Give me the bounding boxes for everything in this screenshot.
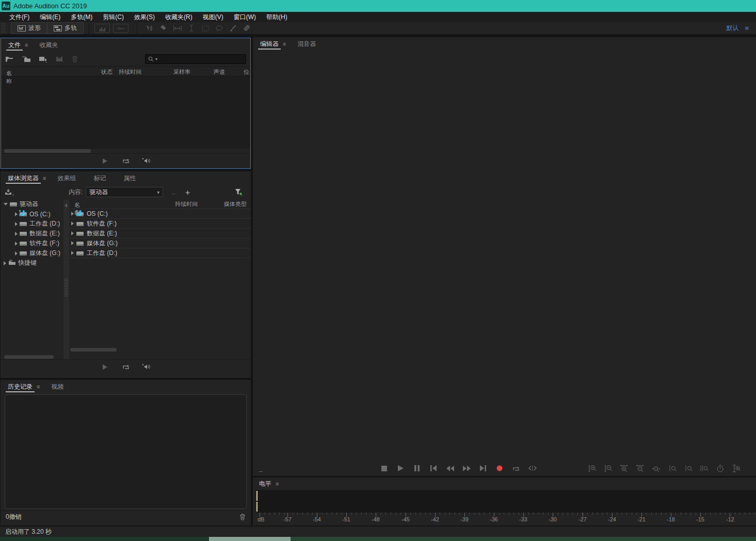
slip-tool-icon[interactable]	[170, 23, 184, 34]
new-content-icon[interactable]	[39, 56, 48, 62]
files-hscrollbar-thumb[interactable]	[4, 149, 91, 153]
media-row-software-f[interactable]: 软件盘 (F:)	[69, 219, 251, 229]
pause-button[interactable]	[412, 464, 422, 472]
spot-healing-brush-tool-icon[interactable]	[240, 23, 254, 34]
tree-item-work-drive[interactable]: 工作盘 (D:)	[1, 219, 63, 229]
tree-item-drives[interactable]: 驱动器	[1, 199, 63, 209]
preview-autoplay-button[interactable]	[142, 157, 151, 165]
zoom-out-point-button[interactable]	[684, 464, 693, 472]
column-duration[interactable]: 持续时间	[119, 68, 141, 76]
preview-play-button[interactable]	[101, 157, 110, 165]
razor-tool-icon[interactable]	[156, 23, 170, 34]
toolbar-grip[interactable]	[1, 23, 6, 33]
menu-edit[interactable]: 编辑(E)	[35, 12, 66, 22]
media-panel-menu-icon[interactable]: ≡	[43, 175, 46, 181]
tab-files[interactable]: 文件	[6, 38, 23, 52]
vertical-zoom-in-button[interactable]	[588, 464, 597, 472]
column-media-type[interactable]: 媒体类型	[224, 200, 247, 208]
open-file-icon[interactable]	[5, 56, 14, 62]
media-import-icon[interactable]	[5, 188, 15, 196]
menu-file[interactable]: 文件(F)	[4, 12, 35, 22]
level-panel-menu-icon[interactable]: ≡	[276, 481, 279, 487]
chevron-right-icon[interactable]	[15, 251, 18, 256]
fast-forward-button[interactable]	[462, 464, 471, 472]
clear-history-trash-icon[interactable]	[239, 514, 246, 520]
chevron-down-icon[interactable]	[4, 203, 8, 205]
tab-video[interactable]: 视频	[49, 380, 66, 393]
stop-button[interactable]	[379, 464, 389, 472]
tab-editor[interactable]: 编辑器	[258, 37, 281, 51]
media-row-data-e[interactable]: 数据盘 (E:)	[69, 229, 251, 238]
menu-help[interactable]: 帮助(H)	[261, 12, 293, 22]
move-tool-icon[interactable]	[142, 23, 156, 34]
menu-multitrack[interactable]: 多轨(M)	[66, 12, 98, 22]
horizontal-zoom-in-button[interactable]	[620, 464, 629, 472]
menu-effects[interactable]: 效果(S)	[129, 12, 160, 22]
import-file-icon[interactable]	[22, 56, 31, 62]
loop-playback-button[interactable]	[511, 464, 521, 472]
paintbrush-tool-icon[interactable]	[226, 23, 240, 34]
files-panel-menu-icon[interactable]: ≡	[25, 42, 28, 48]
editor-canvas-empty[interactable]	[253, 51, 756, 460]
chevron-right-icon[interactable]	[15, 222, 18, 226]
go-to-end-button[interactable]	[478, 464, 488, 472]
tab-media-browser[interactable]: 媒体浏览器	[6, 171, 41, 185]
chevron-right-icon[interactable]	[15, 232, 18, 236]
horizontal-zoom-out-button[interactable]	[636, 464, 645, 472]
multitrack-view-button[interactable]: 多轨	[47, 23, 83, 34]
tab-favorites[interactable]: 收藏夹	[37, 38, 60, 52]
tree-item-os-c[interactable]: OS (C:)	[1, 209, 63, 219]
media-list-hscrollbar[interactable]	[69, 347, 251, 352]
zoom-out-full-button[interactable]	[652, 464, 661, 472]
tab-markers[interactable]: 标记	[91, 171, 108, 185]
level-meter-display[interactable]	[256, 490, 756, 513]
preview-loop-button[interactable]	[121, 157, 131, 165]
preview-autoplay-button[interactable]	[142, 363, 151, 371]
tree-item-data-drive[interactable]: 数据盘 (E:)	[1, 229, 63, 238]
search-box[interactable]: ▾	[145, 54, 246, 64]
filter-icon[interactable]	[234, 188, 243, 196]
waveform-display-icon[interactable]	[113, 24, 128, 33]
tree-list-splitter[interactable]	[63, 199, 69, 359]
chevron-right-icon[interactable]	[71, 231, 74, 235]
time-selection-tool-icon[interactable]	[184, 23, 198, 34]
spectral-display-icon[interactable]	[94, 24, 110, 33]
menu-clip[interactable]: 剪辑(C)	[98, 12, 129, 22]
media-list-hscrollbar-thumb[interactable]	[70, 348, 117, 352]
play-button[interactable]	[396, 464, 405, 472]
tab-properties[interactable]: 属性	[121, 171, 138, 185]
marquee-selection-tool-icon[interactable]	[198, 23, 212, 34]
zoom-to-cursor-button[interactable]	[732, 464, 741, 472]
menu-view[interactable]: 视图(V)	[198, 12, 229, 22]
editor-panel-menu-icon[interactable]: ≡	[283, 41, 286, 47]
tab-effects-rack[interactable]: 效果组	[55, 171, 78, 185]
chevron-right-icon[interactable]	[15, 242, 18, 246]
tree-item-software-drive[interactable]: 软件盘 (F:)	[1, 238, 63, 248]
tree-hscrollbar[interactable]	[1, 355, 63, 359]
lasso-selection-tool-icon[interactable]	[212, 23, 226, 34]
waveform-view-button[interactable]: 波形	[11, 23, 47, 34]
column-bit[interactable]: 位	[244, 68, 249, 76]
content-dropdown[interactable]: 驱动器 ▾	[86, 187, 163, 197]
preview-play-button[interactable]	[101, 363, 110, 371]
zoom-in-point-button[interactable]	[668, 464, 677, 472]
save-all-icon[interactable]	[55, 56, 65, 62]
tab-levels[interactable]: 电平	[259, 480, 271, 488]
history-panel-menu-icon[interactable]: ≡	[37, 384, 40, 390]
workspace-selector[interactable]: 默认	[726, 24, 738, 33]
zoom-selection-button[interactable]	[700, 464, 709, 472]
history-list-empty[interactable]	[5, 394, 247, 509]
preview-loop-button[interactable]	[121, 363, 131, 371]
tree-item-media-drive[interactable]: 媒体盘 (G:)	[1, 248, 63, 258]
record-button[interactable]	[495, 464, 504, 472]
tree-hscrollbar-thumb[interactable]	[4, 355, 54, 359]
media-row-media-g[interactable]: 媒体盘 (G:)	[69, 238, 251, 248]
files-list-empty[interactable]	[1, 76, 250, 149]
media-row-os-c[interactable]: OS (C:)	[69, 209, 251, 219]
tab-mixer[interactable]: 混音器	[295, 37, 318, 51]
chevron-right-icon[interactable]	[71, 221, 74, 226]
search-input[interactable]	[159, 56, 236, 62]
menu-favorites[interactable]: 收藏夹(R)	[160, 12, 198, 22]
workspace-menu-icon[interactable]: ≡	[745, 24, 749, 32]
collapse-arrow-icon[interactable]	[65, 203, 67, 208]
